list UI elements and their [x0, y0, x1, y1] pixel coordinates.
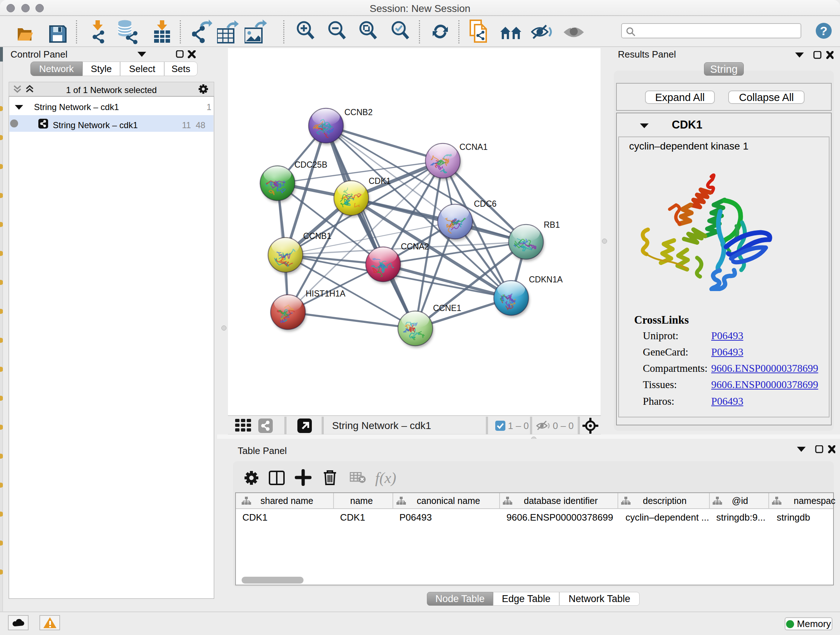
svg-text:CCNB2: CCNB2: [344, 108, 373, 117]
svg-text:CCNB1: CCNB1: [303, 231, 332, 241]
svg-text:CCNA2: CCNA2: [401, 242, 429, 251]
svg-text:RB1: RB1: [544, 220, 560, 230]
svg-text:CDC6: CDC6: [474, 199, 497, 209]
svg-text:CCNA1: CCNA1: [459, 142, 488, 152]
svg-text:CCNE1: CCNE1: [433, 303, 461, 313]
svg-text:HIST1H1A: HIST1H1A: [306, 289, 346, 298]
svg-text:CDK1: CDK1: [369, 176, 391, 186]
svg-text:CDKN1A: CDKN1A: [529, 275, 563, 284]
svg-text:CDC25B: CDC25B: [294, 160, 327, 169]
